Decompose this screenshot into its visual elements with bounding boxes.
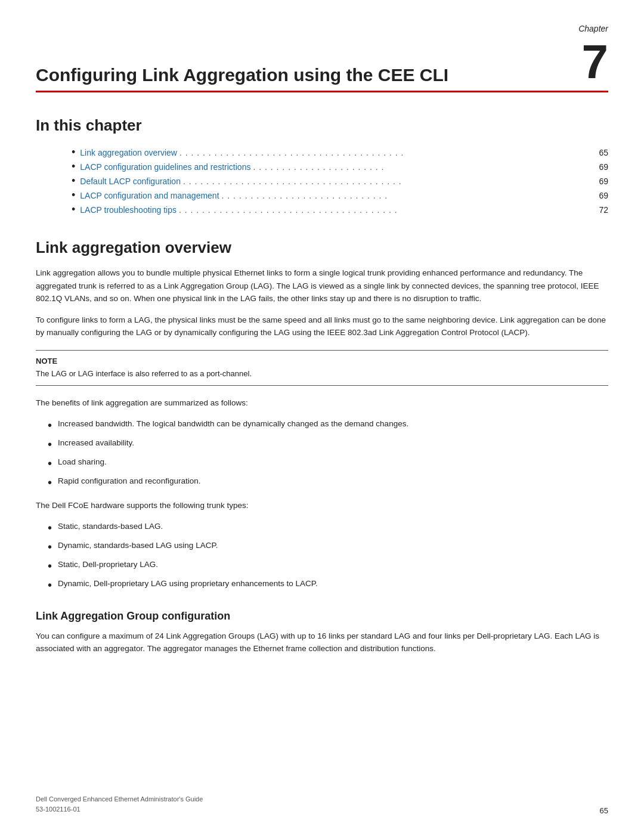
footer-title: Dell Converged Enhanced Ethernet Adminis… (36, 794, 203, 805)
page: Chapter Configuring Link Aggregation usi… (0, 0, 644, 833)
toc-page-number: 69 (596, 191, 608, 200)
toc-page-number: 69 (596, 162, 608, 172)
note-box: NOTE The LAG or LAG interface is also re… (36, 350, 608, 386)
toc-dots: . . . . . . . . . . . . . . . . . . . . … (179, 205, 592, 215)
list-item: •Increased bandwidth. The logical bandwi… (48, 418, 608, 433)
toc-dots: . . . . . . . . . . . . . . . . . . . . … (222, 191, 592, 200)
list-item-text: Static, standards-based LAG. (58, 521, 163, 532)
link-aggregation-overview-heading: Link aggregation overview (36, 239, 608, 257)
list-item-text: Increased availability. (58, 437, 134, 449)
toc-bullet-icon: • (72, 161, 75, 172)
toc-page-number: 65 (596, 148, 608, 157)
page-footer: Dell Converged Enhanced Ethernet Adminis… (36, 794, 608, 815)
in-this-chapter-heading: In this chapter (36, 116, 608, 135)
toc-item: •LACP configuration guidelines and restr… (72, 161, 608, 172)
list-item: •Static, standards-based LAG. (48, 521, 608, 536)
list-item-text: Increased bandwidth. The logical bandwid… (58, 418, 408, 430)
list-item: •Load sharing. (48, 456, 608, 472)
list-item: •Increased availability. (48, 437, 608, 453)
bullet-icon: • (48, 474, 52, 491)
lag-config-para1: You can configure a maximum of 24 Link A… (36, 630, 608, 655)
toc-page-number: 69 (596, 176, 608, 186)
footer-page-number: 65 (600, 806, 608, 815)
chapter-number: 7 (582, 38, 609, 86)
bullet-icon: • (48, 519, 52, 536)
benefits-intro: The benefits of link aggregation are sum… (36, 397, 608, 410)
chapter-label: Chapter (36, 24, 608, 33)
list-item-text: Static, Dell-proprietary LAG. (58, 559, 158, 571)
toc-item: •LACP configuration and management . . .… (72, 190, 608, 200)
trunk-types-list: •Static, standards-based LAG.•Dynamic, s… (36, 521, 608, 593)
note-label: NOTE (36, 357, 608, 366)
lag-config-section: Link Aggregation Group configuration You… (36, 610, 608, 655)
toc-item: •Link aggregation overview . . . . . . .… (72, 147, 608, 157)
list-item-text: Dynamic, Dell-proprietary LAG using prop… (58, 578, 318, 590)
toc-link[interactable]: LACP troubleshooting tips (80, 205, 177, 215)
in-this-chapter-section: In this chapter •Link aggregation overvi… (36, 116, 608, 215)
bullet-icon: • (48, 558, 52, 574)
benefits-list: •Increased bandwidth. The logical bandwi… (36, 418, 608, 491)
toc-bullet-icon: • (72, 147, 75, 157)
toc-link[interactable]: Link aggregation overview (80, 148, 177, 157)
chapter-header: Chapter Configuring Link Aggregation usi… (0, 0, 644, 92)
toc-bullet-icon: • (72, 204, 75, 215)
toc-bullet-icon: • (72, 190, 75, 200)
toc-list: •Link aggregation overview . . . . . . .… (36, 147, 608, 215)
list-item-text: Rapid configuration and reconfiguration. (58, 475, 200, 487)
list-item-text: Dynamic, standards-based LAG using LACP. (58, 540, 218, 552)
bullet-icon: • (48, 436, 52, 453)
toc-item: •LACP troubleshooting tips . . . . . . .… (72, 204, 608, 215)
overview-para2: To configure links to form a LAG, the ph… (36, 314, 608, 339)
bullet-icon: • (48, 417, 52, 433)
footer-doc-number: 53-1002116-01 (36, 804, 203, 815)
bullet-icon: • (48, 538, 52, 555)
list-item: •Static, Dell-proprietary LAG. (48, 559, 608, 574)
footer-left: Dell Converged Enhanced Ethernet Adminis… (36, 794, 203, 815)
lag-config-heading: Link Aggregation Group configuration (36, 610, 608, 623)
toc-item: •Default LACP configuration . . . . . . … (72, 175, 608, 186)
note-text: The LAG or LAG interface is also referre… (36, 368, 608, 380)
overview-para1: Link aggregation allows you to bundle mu… (36, 267, 608, 305)
toc-bullet-icon: • (72, 175, 75, 186)
bullet-icon: • (48, 577, 52, 593)
toc-dots: . . . . . . . . . . . . . . . . . . . . … (183, 176, 592, 186)
toc-page-number: 72 (596, 205, 608, 215)
trunk-types-intro: The Dell FCoE hardware supports the foll… (36, 499, 608, 512)
list-item-text: Load sharing. (58, 456, 107, 468)
link-aggregation-overview-section: Link aggregation overview Link aggregati… (36, 239, 608, 593)
list-item: •Rapid configuration and reconfiguration… (48, 475, 608, 491)
chapter-title-row: Configuring Link Aggregation using the C… (36, 38, 608, 92)
toc-dots: . . . . . . . . . . . . . . . . . . . . … (179, 148, 592, 157)
toc-link[interactable]: Default LACP configuration (80, 176, 181, 186)
toc-link[interactable]: LACP configuration guidelines and restri… (80, 162, 250, 172)
toc-dots: . . . . . . . . . . . . . . . . . . . . … (253, 162, 592, 172)
bullet-icon: • (48, 455, 52, 472)
toc-link[interactable]: LACP configuration and management (80, 191, 219, 200)
chapter-title: Configuring Link Aggregation using the C… (36, 64, 570, 86)
main-content: In this chapter •Link aggregation overvi… (0, 92, 644, 688)
list-item: •Dynamic, standards-based LAG using LACP… (48, 540, 608, 555)
list-item: •Dynamic, Dell-proprietary LAG using pro… (48, 578, 608, 593)
